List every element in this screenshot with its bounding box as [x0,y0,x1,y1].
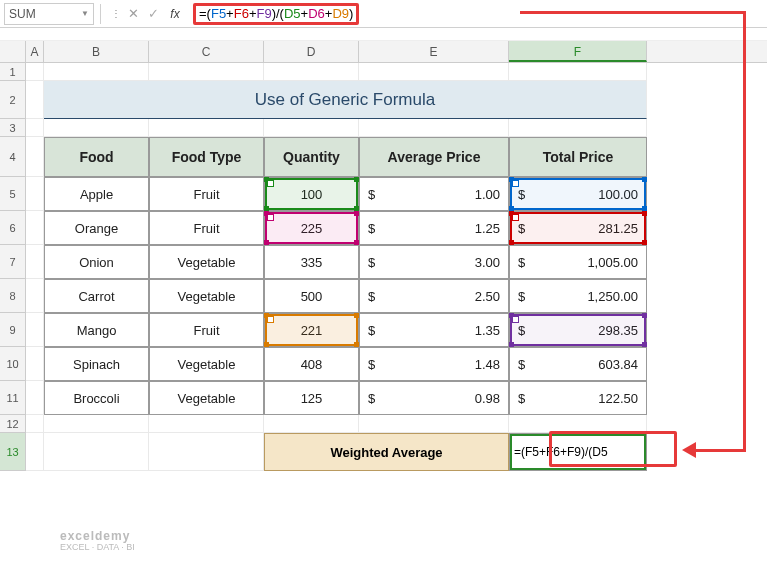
cell[interactable] [149,63,264,81]
row-header-11[interactable]: 11 [0,381,26,415]
table-cell-food[interactable]: Orange [44,211,149,245]
table-cell-total[interactable]: $1,005.00 [509,245,647,279]
table-cell-avg[interactable]: $1.25 [359,211,509,245]
cancel-icon[interactable]: ✕ [123,6,143,21]
th-type[interactable]: Food Type [149,137,264,177]
th-total[interactable]: Total Price [509,137,647,177]
col-header-C[interactable]: C [149,41,264,62]
cell[interactable] [264,63,359,81]
row-header-7[interactable]: 7 [0,245,26,279]
table-cell-food[interactable]: Spinach [44,347,149,381]
table-cell-total[interactable]: $603.84 [509,347,647,381]
cell[interactable] [26,313,44,347]
th-food[interactable]: Food [44,137,149,177]
table-cell-qty[interactable]: 221 [264,313,359,347]
th-avg[interactable]: Average Price [359,137,509,177]
table-cell-type[interactable]: Vegetable [149,279,264,313]
table-cell-avg[interactable]: $1.00 [359,177,509,211]
cell[interactable] [149,119,264,137]
table-cell-food[interactable]: Carrot [44,279,149,313]
title-cell[interactable]: Use of Generic Formula [44,81,647,119]
table-cell-total[interactable]: $1,250.00 [509,279,647,313]
cell[interactable] [44,63,149,81]
table-cell-type[interactable]: Fruit [149,313,264,347]
table-cell-avg[interactable]: $0.98 [359,381,509,415]
col-header-B[interactable]: B [44,41,149,62]
row-header-8[interactable]: 8 [0,279,26,313]
table-cell-food[interactable]: Broccoli [44,381,149,415]
cell[interactable] [509,63,647,81]
table-cell-food[interactable]: Apple [44,177,149,211]
cell[interactable] [26,279,44,313]
cell[interactable] [26,415,44,433]
cell[interactable] [359,415,509,433]
col-header-E[interactable]: E [359,41,509,62]
cell[interactable] [26,81,44,119]
cell[interactable] [359,63,509,81]
row-header-4[interactable]: 4 [0,137,26,177]
row-header-3[interactable]: 3 [0,119,26,137]
cell[interactable] [149,433,264,471]
table-cell-type[interactable]: Vegetable [149,381,264,415]
table-cell-qty[interactable]: 335 [264,245,359,279]
annotation-result-box [549,431,677,467]
fx-icon[interactable]: fx [163,7,187,21]
dropdown-caret-icon[interactable]: ▼ [81,9,89,18]
col-header-A[interactable]: A [26,41,44,62]
cell[interactable] [26,119,44,137]
cell[interactable] [44,415,149,433]
cell[interactable] [26,137,44,177]
name-box[interactable]: SUM ▼ [4,3,94,25]
arrowhead-icon [682,442,696,458]
row-header-10[interactable]: 10 [0,347,26,381]
row-header-1[interactable]: 1 [0,63,26,81]
table-cell-type[interactable]: Fruit [149,177,264,211]
table-cell-total[interactable]: $298.35 [509,313,647,347]
table-cell-total[interactable]: $100.00 [509,177,647,211]
table-cell-type[interactable]: Vegetable [149,245,264,279]
cell[interactable] [44,119,149,137]
cell[interactable] [26,381,44,415]
table-cell-qty[interactable]: 225 [264,211,359,245]
cell[interactable] [264,415,359,433]
col-header-D[interactable]: D [264,41,359,62]
confirm-icon[interactable]: ✓ [143,6,163,21]
table-cell-avg[interactable]: $1.35 [359,313,509,347]
table-cell-food[interactable]: Onion [44,245,149,279]
cell[interactable] [44,433,149,471]
table-cell-qty[interactable]: 100 [264,177,359,211]
cell[interactable] [26,63,44,81]
cell[interactable] [26,211,44,245]
formula-bar-content: =(F5+F6+F9)/(D5+D6+D9) [193,3,359,25]
col-header-F[interactable]: F [509,41,647,62]
cell[interactable] [26,347,44,381]
row-header-12[interactable]: 12 [0,415,26,433]
cell[interactable] [26,245,44,279]
table-cell-qty[interactable]: 408 [264,347,359,381]
row-header-5[interactable]: 5 [0,177,26,211]
row-header-9[interactable]: 9 [0,313,26,347]
table-cell-type[interactable]: Fruit [149,211,264,245]
worksheet-grid[interactable]: A B C D E F 1 2 Use of Generic Formula 3 [0,41,767,563]
cell[interactable] [26,433,44,471]
weighted-avg-label[interactable]: Weighted Average [264,433,509,471]
select-all-corner[interactable] [0,41,26,62]
cell[interactable] [359,119,509,137]
table-cell-qty[interactable]: 125 [264,381,359,415]
table-cell-qty[interactable]: 500 [264,279,359,313]
table-cell-avg[interactable]: $1.48 [359,347,509,381]
cell[interactable] [149,415,264,433]
table-cell-avg[interactable]: $3.00 [359,245,509,279]
cell[interactable] [509,119,647,137]
row-header-6[interactable]: 6 [0,211,26,245]
table-cell-type[interactable]: Vegetable [149,347,264,381]
table-cell-avg[interactable]: $2.50 [359,279,509,313]
table-cell-food[interactable]: Mango [44,313,149,347]
th-qty[interactable]: Quantity [264,137,359,177]
table-cell-total[interactable]: $281.25 [509,211,647,245]
cell[interactable] [264,119,359,137]
row-header-2[interactable]: 2 [0,81,26,119]
table-cell-total[interactable]: $122.50 [509,381,647,415]
cell[interactable] [26,177,44,211]
row-header-13[interactable]: 13 [0,433,26,471]
